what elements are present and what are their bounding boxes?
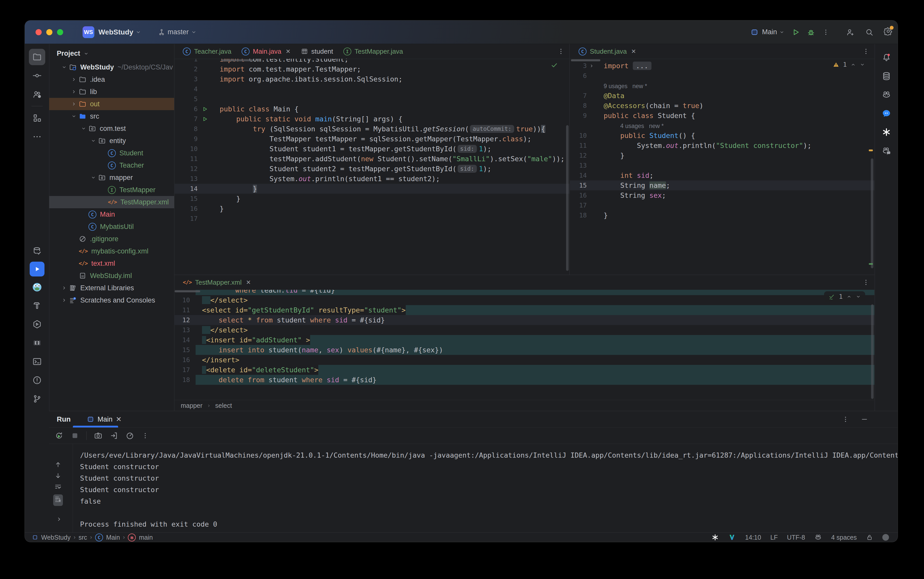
tool-robot-chat-button[interactable] <box>878 142 895 159</box>
tree-item-Scratches and Consoles[interactable]: Scratches and Consoles <box>49 294 174 306</box>
tree-item-WebStudy.iml[interactable]: WebStudy.iml <box>49 270 174 282</box>
code-line-8[interactable]: 8@Accessors(chain = true) <box>570 101 875 111</box>
tool-services-button[interactable] <box>29 316 45 332</box>
v-scrollbar-thumb[interactable] <box>871 304 874 399</box>
tree-item-.idea[interactable]: .idea <box>49 74 174 86</box>
close-icon[interactable]: ✕ <box>285 48 290 55</box>
tree-item-TestMapper[interactable]: ITestMapper <box>49 184 174 196</box>
code-line-14[interactable]: 14 int sid; <box>570 170 875 180</box>
stop-button[interactable] <box>70 431 79 440</box>
console-expand-icon[interactable] <box>56 516 62 523</box>
tab-options-button[interactable] <box>557 47 565 55</box>
tool-robot-button[interactable] <box>878 87 895 103</box>
code-line-12[interactable]: 12 } <box>570 150 875 160</box>
code-line-11[interactable]: 11 testMapper.addStudent(new Student().s… <box>174 154 569 164</box>
memory-indicator[interactable] <box>882 534 889 541</box>
statusbar-crumb-src[interactable]: src <box>79 534 87 541</box>
code-line-7[interactable]: 7 public static void main(String[] args)… <box>174 114 569 124</box>
clock[interactable]: 14:10 <box>745 534 761 541</box>
tab-Student.java[interactable]: CStudent.java✕ <box>573 44 641 59</box>
inspection-widget[interactable] <box>550 61 558 69</box>
close-icon[interactable]: ✕ <box>631 48 636 55</box>
tree-item-mapper[interactable]: mapper <box>49 172 174 184</box>
statusbar-crumb-WebStudy[interactable]: WebStudy <box>41 534 70 541</box>
search-everywhere-button[interactable] <box>865 28 874 36</box>
attach-debugger-button[interactable] <box>110 431 118 440</box>
code-line-13[interactable]: 13 <box>570 160 875 170</box>
code-line-10[interactable]: 10 Student student1 = testMapper.getStud… <box>174 144 569 154</box>
code-line-7[interactable]: 7@Data <box>570 91 875 101</box>
warning-stripe-mark[interactable] <box>869 149 873 151</box>
project-panel-header[interactable]: Project <box>49 44 174 61</box>
console-output[interactable]: /Users/eve/Library/Java/JavaVirtualMachi… <box>73 444 898 533</box>
tree-item-WebStudy[interactable]: WebStudy~/Desktop/CS/Jav <box>49 61 174 74</box>
tool-brackets-button[interactable] <box>29 335 45 351</box>
tool-chat-button[interactable] <box>878 105 895 122</box>
code-line[interactable]: where teach.tid = #{tid} <box>174 290 875 295</box>
minimize-window-button[interactable] <box>46 29 52 35</box>
tool-git-branch-button[interactable] <box>29 391 45 407</box>
v-scrollbar-thumb[interactable] <box>871 159 873 268</box>
code-line-16[interactable]: 16</insert> <box>174 355 875 365</box>
run-line-icon[interactable] <box>202 116 208 122</box>
branch-chevron-icon[interactable] <box>191 29 197 35</box>
tab-options-button[interactable] <box>862 47 870 55</box>
code-line-15[interactable]: 15 insert into student(name, sex) values… <box>174 345 875 355</box>
rerun-button[interactable] <box>55 431 64 440</box>
code-line[interactable]: 9 usages new * <box>570 81 875 91</box>
tree-item-out[interactable]: out <box>49 98 174 110</box>
inlay-hint[interactable]: 4 usages new * <box>596 121 664 131</box>
console-more-button[interactable] <box>141 432 149 440</box>
tool-database-button[interactable] <box>878 68 895 84</box>
tool-terminal-button[interactable] <box>29 353 45 370</box>
code-line-10[interactable]: 10 </select> <box>174 295 875 305</box>
code-line-18[interactable]: 18} <box>570 210 875 220</box>
prev-occurrence-button[interactable] <box>54 461 62 468</box>
run-line-icon[interactable] <box>202 106 208 112</box>
tree-item-Student[interactable]: CStudent <box>49 147 174 159</box>
inspection-widget[interactable]: 1 <box>833 61 865 68</box>
profiler-button[interactable] <box>126 431 134 440</box>
inspection-widget[interactable]: 1 <box>824 291 865 302</box>
code-line-17[interactable]: 17 <delete id="deleteStudent"> <box>174 365 875 375</box>
tool-gopher-button[interactable] <box>29 279 45 295</box>
code-line-15[interactable]: 15 } <box>174 194 569 204</box>
tool-more-button[interactable] <box>29 129 45 145</box>
tool-hammer-button[interactable] <box>29 298 45 314</box>
code-line-11[interactable]: 11 System.out.println("Student construct… <box>570 141 875 150</box>
project-chevron-icon[interactable] <box>135 29 141 35</box>
run-config-name[interactable]: Main <box>762 28 777 36</box>
branch-name[interactable]: master <box>167 28 189 36</box>
copilot-status-icon[interactable] <box>814 533 822 541</box>
tool-commit-button[interactable] <box>29 67 45 84</box>
statusbar-crumb-main[interactable]: main <box>139 534 152 541</box>
code-line[interactable]: 4 usages new * <box>570 121 875 131</box>
tree-item-External Libraries[interactable]: External Libraries <box>49 282 174 294</box>
chev-right-icon[interactable] <box>589 63 594 69</box>
code-line-9[interactable]: 9 TestMapper testMapper = sqlSession.get… <box>174 134 569 144</box>
statusbar-crumb-Main[interactable]: Main <box>106 534 120 541</box>
change-stripe-mark[interactable] <box>869 263 873 265</box>
soft-wrap-button[interactable] <box>54 483 62 491</box>
code-line-16[interactable]: 16 String sex; <box>570 190 875 200</box>
main-editor[interactable]: 1import com.test.entity.Student;2import … <box>174 59 569 275</box>
next-problem-icon[interactable] <box>855 294 861 299</box>
code-line-17[interactable]: 17 <box>570 200 875 210</box>
code-line-4[interactable]: 4 <box>174 84 569 94</box>
encoding-indicator[interactable]: UTF-8 <box>787 534 805 541</box>
run-tab-main[interactable]: Main ✕ <box>87 411 121 427</box>
code-with-me-button[interactable] <box>846 28 855 36</box>
line-ending-indicator[interactable]: LF <box>770 534 778 541</box>
tab-Teacher.java[interactable]: CTeacher.java <box>178 44 236 59</box>
code-line-16[interactable]: 16} <box>174 204 569 214</box>
tool-bell-dot-button[interactable] <box>878 49 895 65</box>
tab-student[interactable]: student <box>296 44 338 59</box>
code-line-14[interactable]: 14 <insert id="addStudent" > <box>174 335 875 345</box>
code-line-15[interactable]: 15 String name; <box>570 180 875 190</box>
code-line-12[interactable]: 12 select * from student where sid = #{s… <box>174 315 875 325</box>
tree-item-mybatis-config.xml[interactable]: </>mybatis-config.xml <box>49 245 174 257</box>
run-config-chevron-icon[interactable] <box>779 29 785 35</box>
thread-dump-button[interactable] <box>94 431 103 440</box>
tree-item-text.xml[interactable]: </>text.xml <box>49 257 174 270</box>
prev-problem-icon[interactable] <box>846 294 852 299</box>
